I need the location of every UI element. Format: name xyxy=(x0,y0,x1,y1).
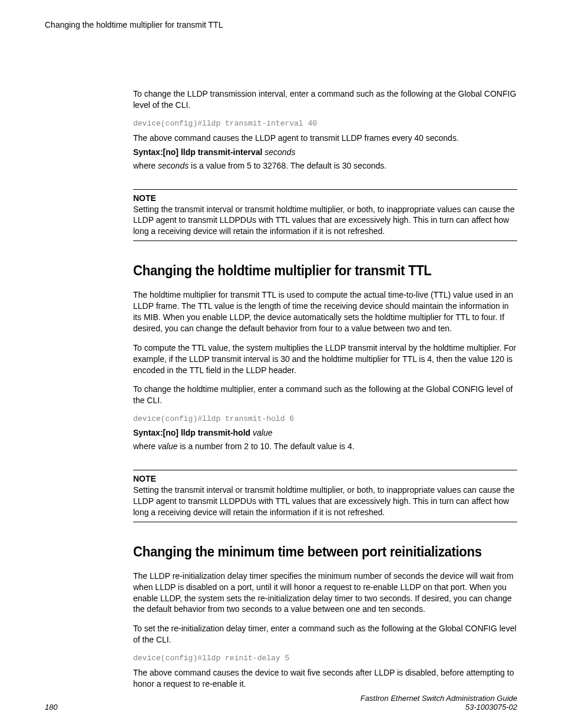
main-content: To change the LLDP transmission interval… xyxy=(133,88,517,690)
s3-p2: To set the re-initialization delay timer… xyxy=(133,623,517,645)
s2-syntax: Syntax:[no] lldp transmit-hold value xyxy=(133,428,517,437)
s2-syntax-bold: Syntax:[no] lldp transmit-hold xyxy=(133,428,253,437)
footer-guide-title: FastIron Ethernet Switch Administration … xyxy=(361,694,517,703)
footer-doc-number: 53-1003075-02 xyxy=(361,703,517,711)
s2-note-label: NOTE xyxy=(133,474,517,483)
note-rule-bottom-2 xyxy=(133,522,517,522)
s2-where-arg: value xyxy=(158,442,177,451)
s1-note-label: NOTE xyxy=(133,193,517,203)
note-rule-top xyxy=(133,189,517,190)
s3-p1: The LLDP re-initialization delay timer s… xyxy=(133,571,517,615)
s1-syntax: Syntax:[no] lldp transmit-interval secon… xyxy=(133,147,517,157)
s1-where-pre: where xyxy=(133,161,158,170)
s1-note-body: Setting the transmit interval or transmi… xyxy=(133,204,517,238)
running-header: Changing the holdtime multiplier for tra… xyxy=(45,20,517,29)
s2-where-pre: where xyxy=(133,442,158,451)
s1-where-arg: seconds xyxy=(158,161,189,170)
s2-p2: To compute the TTL value, the system mul… xyxy=(133,342,517,376)
s2-where-post: is a number from 2 to 10. The default va… xyxy=(178,442,355,451)
note-rule-bottom xyxy=(133,241,517,241)
s2-syntax-arg: value xyxy=(253,428,272,437)
page-footer: 180 FastIron Ethernet Switch Administrat… xyxy=(45,694,517,711)
s3-heading: Changing the minimum time between port r… xyxy=(133,543,487,560)
s1-note: NOTE Setting the transmit interval or tr… xyxy=(133,189,517,242)
s2-code: device(config)#lldp transmit-hold 6 xyxy=(133,414,517,423)
s1-syntax-arg: seconds xyxy=(265,147,295,157)
s3-p3: The above command causes the device to w… xyxy=(133,667,517,690)
s2-p3: To change the holdtime multiplier, enter… xyxy=(133,384,517,406)
s1-where: where seconds is a value from 5 to 32768… xyxy=(133,160,517,172)
page-number: 180 xyxy=(45,703,58,711)
s2-heading: Changing the holdtime multiplier for tra… xyxy=(133,262,487,279)
note-rule-top-2 xyxy=(133,470,517,470)
s2-note-body: Setting the transmit interval or transmi… xyxy=(133,485,517,518)
s1-syntax-bold: Syntax:[no] lldp transmit-interval xyxy=(133,147,265,157)
s2-p1: The holdtime multiplier for transmit TTL… xyxy=(133,289,517,334)
s1-code: device(config)#lldp transmit-interval 40 xyxy=(133,119,517,128)
s3-code: device(config)#lldp reinit-delay 5 xyxy=(133,654,517,663)
s1-where-post: is a value from 5 to 32768. The default … xyxy=(189,161,386,170)
s2-note: NOTE Setting the transmit interval or tr… xyxy=(133,470,517,522)
s1-result: The above command causes the LLDP agent … xyxy=(133,133,517,144)
s2-where: where value is a number from 2 to 10. Th… xyxy=(133,441,517,452)
s1-intro: To change the LLDP transmission interval… xyxy=(133,88,517,111)
